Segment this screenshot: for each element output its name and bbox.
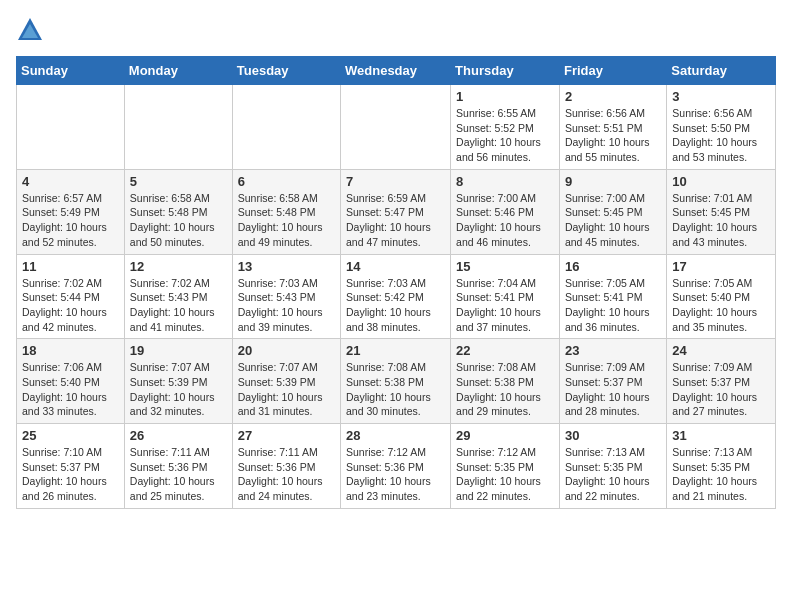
calendar-cell [232,85,340,170]
calendar-cell: 5Sunrise: 6:58 AMSunset: 5:48 PMDaylight… [124,169,232,254]
day-info: Sunrise: 7:03 AMSunset: 5:43 PMDaylight:… [238,276,335,335]
calendar-cell: 4Sunrise: 6:57 AMSunset: 5:49 PMDaylight… [17,169,125,254]
calendar-header-row: SundayMondayTuesdayWednesdayThursdayFrid… [17,57,776,85]
day-number: 3 [672,89,770,104]
day-number: 12 [130,259,227,274]
weekday-header: Thursday [451,57,560,85]
weekday-header: Monday [124,57,232,85]
calendar-cell: 15Sunrise: 7:04 AMSunset: 5:41 PMDayligh… [451,254,560,339]
calendar-cell: 31Sunrise: 7:13 AMSunset: 5:35 PMDayligh… [667,424,776,509]
day-number: 30 [565,428,661,443]
day-number: 18 [22,343,119,358]
calendar-cell: 16Sunrise: 7:05 AMSunset: 5:41 PMDayligh… [559,254,666,339]
day-info: Sunrise: 6:58 AMSunset: 5:48 PMDaylight:… [238,191,335,250]
calendar-cell [341,85,451,170]
calendar-cell: 28Sunrise: 7:12 AMSunset: 5:36 PMDayligh… [341,424,451,509]
day-number: 24 [672,343,770,358]
calendar-cell: 8Sunrise: 7:00 AMSunset: 5:46 PMDaylight… [451,169,560,254]
day-number: 31 [672,428,770,443]
calendar-cell: 29Sunrise: 7:12 AMSunset: 5:35 PMDayligh… [451,424,560,509]
day-info: Sunrise: 6:56 AMSunset: 5:51 PMDaylight:… [565,106,661,165]
day-number: 19 [130,343,227,358]
calendar-cell: 22Sunrise: 7:08 AMSunset: 5:38 PMDayligh… [451,339,560,424]
day-number: 29 [456,428,554,443]
calendar-cell: 21Sunrise: 7:08 AMSunset: 5:38 PMDayligh… [341,339,451,424]
day-info: Sunrise: 7:06 AMSunset: 5:40 PMDaylight:… [22,360,119,419]
day-number: 7 [346,174,445,189]
day-number: 23 [565,343,661,358]
day-info: Sunrise: 6:58 AMSunset: 5:48 PMDaylight:… [130,191,227,250]
day-number: 2 [565,89,661,104]
day-number: 20 [238,343,335,358]
day-info: Sunrise: 6:57 AMSunset: 5:49 PMDaylight:… [22,191,119,250]
calendar-week-row: 25Sunrise: 7:10 AMSunset: 5:37 PMDayligh… [17,424,776,509]
day-info: Sunrise: 7:05 AMSunset: 5:41 PMDaylight:… [565,276,661,335]
day-info: Sunrise: 6:56 AMSunset: 5:50 PMDaylight:… [672,106,770,165]
day-info: Sunrise: 7:11 AMSunset: 5:36 PMDaylight:… [130,445,227,504]
day-number: 4 [22,174,119,189]
calendar-week-row: 1Sunrise: 6:55 AMSunset: 5:52 PMDaylight… [17,85,776,170]
calendar-cell: 2Sunrise: 6:56 AMSunset: 5:51 PMDaylight… [559,85,666,170]
day-number: 8 [456,174,554,189]
weekday-header: Saturday [667,57,776,85]
day-number: 25 [22,428,119,443]
calendar-cell: 12Sunrise: 7:02 AMSunset: 5:43 PMDayligh… [124,254,232,339]
day-number: 10 [672,174,770,189]
calendar-week-row: 4Sunrise: 6:57 AMSunset: 5:49 PMDaylight… [17,169,776,254]
day-info: Sunrise: 7:02 AMSunset: 5:43 PMDaylight:… [130,276,227,335]
day-info: Sunrise: 7:01 AMSunset: 5:45 PMDaylight:… [672,191,770,250]
day-info: Sunrise: 7:08 AMSunset: 5:38 PMDaylight:… [346,360,445,419]
calendar-cell: 17Sunrise: 7:05 AMSunset: 5:40 PMDayligh… [667,254,776,339]
day-info: Sunrise: 7:04 AMSunset: 5:41 PMDaylight:… [456,276,554,335]
calendar-table: SundayMondayTuesdayWednesdayThursdayFrid… [16,56,776,509]
calendar-cell: 9Sunrise: 7:00 AMSunset: 5:45 PMDaylight… [559,169,666,254]
day-number: 5 [130,174,227,189]
day-info: Sunrise: 6:55 AMSunset: 5:52 PMDaylight:… [456,106,554,165]
calendar-cell: 13Sunrise: 7:03 AMSunset: 5:43 PMDayligh… [232,254,340,339]
day-number: 26 [130,428,227,443]
day-number: 17 [672,259,770,274]
day-info: Sunrise: 7:08 AMSunset: 5:38 PMDaylight:… [456,360,554,419]
calendar-cell: 30Sunrise: 7:13 AMSunset: 5:35 PMDayligh… [559,424,666,509]
calendar-cell: 10Sunrise: 7:01 AMSunset: 5:45 PMDayligh… [667,169,776,254]
calendar-week-row: 11Sunrise: 7:02 AMSunset: 5:44 PMDayligh… [17,254,776,339]
day-number: 6 [238,174,335,189]
calendar-cell: 3Sunrise: 6:56 AMSunset: 5:50 PMDaylight… [667,85,776,170]
day-number: 27 [238,428,335,443]
day-info: Sunrise: 7:02 AMSunset: 5:44 PMDaylight:… [22,276,119,335]
day-info: Sunrise: 7:03 AMSunset: 5:42 PMDaylight:… [346,276,445,335]
day-info: Sunrise: 7:05 AMSunset: 5:40 PMDaylight:… [672,276,770,335]
day-info: Sunrise: 7:09 AMSunset: 5:37 PMDaylight:… [672,360,770,419]
day-info: Sunrise: 7:00 AMSunset: 5:45 PMDaylight:… [565,191,661,250]
calendar-cell: 18Sunrise: 7:06 AMSunset: 5:40 PMDayligh… [17,339,125,424]
day-number: 22 [456,343,554,358]
weekday-header: Sunday [17,57,125,85]
page-header [16,16,776,44]
calendar-cell [124,85,232,170]
weekday-header: Tuesday [232,57,340,85]
day-info: Sunrise: 7:13 AMSunset: 5:35 PMDaylight:… [565,445,661,504]
day-number: 9 [565,174,661,189]
day-info: Sunrise: 7:12 AMSunset: 5:35 PMDaylight:… [456,445,554,504]
calendar-cell: 23Sunrise: 7:09 AMSunset: 5:37 PMDayligh… [559,339,666,424]
calendar-week-row: 18Sunrise: 7:06 AMSunset: 5:40 PMDayligh… [17,339,776,424]
day-number: 14 [346,259,445,274]
calendar-cell: 14Sunrise: 7:03 AMSunset: 5:42 PMDayligh… [341,254,451,339]
calendar-cell: 6Sunrise: 6:58 AMSunset: 5:48 PMDaylight… [232,169,340,254]
logo-icon [16,16,44,44]
day-info: Sunrise: 6:59 AMSunset: 5:47 PMDaylight:… [346,191,445,250]
calendar-cell [17,85,125,170]
weekday-header: Wednesday [341,57,451,85]
day-number: 1 [456,89,554,104]
day-number: 16 [565,259,661,274]
day-info: Sunrise: 7:07 AMSunset: 5:39 PMDaylight:… [238,360,335,419]
calendar-cell: 7Sunrise: 6:59 AMSunset: 5:47 PMDaylight… [341,169,451,254]
day-number: 15 [456,259,554,274]
weekday-header: Friday [559,57,666,85]
calendar-cell: 20Sunrise: 7:07 AMSunset: 5:39 PMDayligh… [232,339,340,424]
day-info: Sunrise: 7:10 AMSunset: 5:37 PMDaylight:… [22,445,119,504]
day-number: 28 [346,428,445,443]
calendar-cell: 26Sunrise: 7:11 AMSunset: 5:36 PMDayligh… [124,424,232,509]
day-info: Sunrise: 7:12 AMSunset: 5:36 PMDaylight:… [346,445,445,504]
calendar-cell: 27Sunrise: 7:11 AMSunset: 5:36 PMDayligh… [232,424,340,509]
